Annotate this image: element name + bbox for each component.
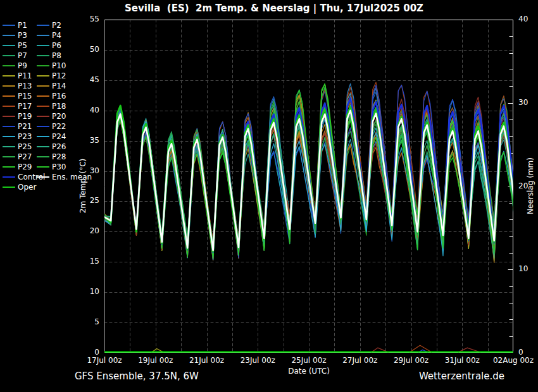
y-left-tick-label: 5 <box>69 317 99 326</box>
legend-item-label: P3 <box>18 31 27 40</box>
legend-line-swatch <box>3 25 15 26</box>
legend-line-swatch <box>3 35 15 36</box>
legend-line-swatch <box>3 136 15 137</box>
legend-item: P20 <box>37 112 66 121</box>
ensemble-plot-canvas <box>104 20 513 353</box>
legend-item-label: P24 <box>52 132 66 141</box>
legend-item-label: P7 <box>18 51 27 60</box>
chart-title: Sevilla (ES) 2m Temp. & Neerslag | Thu, … <box>0 3 538 14</box>
legend-item-label: P27 <box>18 152 32 161</box>
x-tick-label: 21Jul 00z <box>189 356 224 365</box>
legend-line-swatch <box>37 106 49 107</box>
legend-line-swatch <box>37 55 49 56</box>
x-tick-label: 25Jul 00z <box>291 356 326 365</box>
legend-item-label: P14 <box>52 82 66 90</box>
legend-line-swatch <box>3 65 15 66</box>
legend-item-label: P21 <box>18 122 32 131</box>
y-left-tick-label: 50 <box>69 45 99 54</box>
x-axis-title: Date (UTC) <box>288 367 330 376</box>
legend-line-swatch <box>3 75 15 77</box>
legend-item: P23 <box>3 132 32 141</box>
legend-item: P14 <box>37 82 66 90</box>
y-right-tick-label: 30 <box>518 98 528 107</box>
legend-item: P10 <box>37 61 66 70</box>
legend-line-swatch <box>3 116 15 117</box>
y-left-tick-label: 45 <box>69 75 99 84</box>
x-tick-label: 19Jul 00z <box>138 356 173 365</box>
y-left-tick-label: 15 <box>69 257 99 266</box>
legend-line-swatch <box>3 187 15 188</box>
legend-line-swatch <box>37 35 49 36</box>
legend-line-swatch <box>3 166 15 168</box>
legend-line-swatch <box>37 45 49 46</box>
legend-line-swatch <box>37 25 49 26</box>
legend-item: P21 <box>3 122 32 131</box>
legend-item: P3 <box>3 31 27 40</box>
legend-line-swatch <box>37 166 49 168</box>
y-axis-left-title: 2m Temp. (°C) <box>78 123 87 249</box>
legend-item: P26 <box>37 142 66 151</box>
model-info-label: GFS Ensemble, 37.5N, 6W <box>75 371 199 382</box>
legend-item-label: P12 <box>52 71 66 80</box>
legend-line-swatch <box>3 85 15 87</box>
legend-item: P1 <box>3 21 27 30</box>
legend-item-label: Oper <box>18 183 36 192</box>
legend-item-label: P5 <box>18 41 27 50</box>
legend-item: P9 <box>3 61 27 70</box>
x-tick-label: 02Aug 00z <box>493 356 534 365</box>
legend-item: P16 <box>37 92 66 101</box>
y-left-tick-label: 40 <box>69 106 99 114</box>
legend-line-swatch <box>3 95 15 97</box>
legend-item-label: P9 <box>18 61 27 70</box>
legend-line-swatch <box>3 156 15 157</box>
legend-item-label: P22 <box>52 122 66 131</box>
legend-line-swatch <box>37 85 49 87</box>
legend-item: P15 <box>3 92 32 101</box>
legend-item: P5 <box>3 41 27 50</box>
legend-line-swatch <box>37 146 49 147</box>
legend-line-swatch <box>3 106 15 107</box>
y-right-tick-label: 40 <box>518 15 528 23</box>
legend-item: P12 <box>37 71 66 80</box>
legend-item: P22 <box>37 122 66 131</box>
legend-line-swatch <box>3 126 15 127</box>
y-left-tick-label: 55 <box>69 15 99 23</box>
legend-item: P11 <box>3 71 32 80</box>
legend-item: P28 <box>37 152 66 161</box>
legend-item-label: P29 <box>18 162 32 171</box>
legend-item-label: P19 <box>18 112 32 121</box>
legend-line-swatch <box>37 116 49 117</box>
legend-item-label: P26 <box>52 142 66 151</box>
legend-item-label: P15 <box>18 92 32 101</box>
legend-item-label: P18 <box>52 102 66 111</box>
legend-line-swatch <box>3 55 15 56</box>
legend-item: P4 <box>37 31 61 40</box>
legend-line-swatch <box>37 75 49 77</box>
legend-line-swatch <box>37 126 49 127</box>
legend-item-label: P6 <box>52 41 61 50</box>
legend-item: P19 <box>3 112 32 121</box>
legend-line-swatch <box>37 156 49 157</box>
weather-ensemble-chart-page: Sevilla (ES) 2m Temp. & Neerslag | Thu, … <box>0 0 538 392</box>
x-tick-label: 27Jul 00z <box>342 356 377 365</box>
legend-item-label: P20 <box>52 112 66 121</box>
legend-item-label: P13 <box>18 82 32 90</box>
legend-item: P2 <box>37 21 61 30</box>
legend-line-swatch <box>3 146 15 147</box>
x-tick-label: 17Jul 00z <box>87 356 122 365</box>
x-tick-label: 23Jul 00z <box>241 356 275 365</box>
legend-item-label: P16 <box>52 92 66 101</box>
legend-item: P8 <box>37 51 61 60</box>
legend-item: P27 <box>3 152 32 161</box>
legend-item: P17 <box>3 102 32 111</box>
x-tick-label: 31Jul 00z <box>445 356 480 365</box>
legend-line-swatch <box>3 176 15 178</box>
legend-item-label: P4 <box>52 31 61 40</box>
legend-line-swatch <box>3 45 15 46</box>
x-tick-label: 29Jul 00z <box>394 356 429 365</box>
y-left-tick-label: 10 <box>69 287 99 296</box>
legend-item-label: P2 <box>52 21 61 30</box>
legend-line-swatch <box>37 95 49 97</box>
legend-item-label: P11 <box>18 71 32 80</box>
y-right-tick-label: 0 <box>518 348 523 357</box>
